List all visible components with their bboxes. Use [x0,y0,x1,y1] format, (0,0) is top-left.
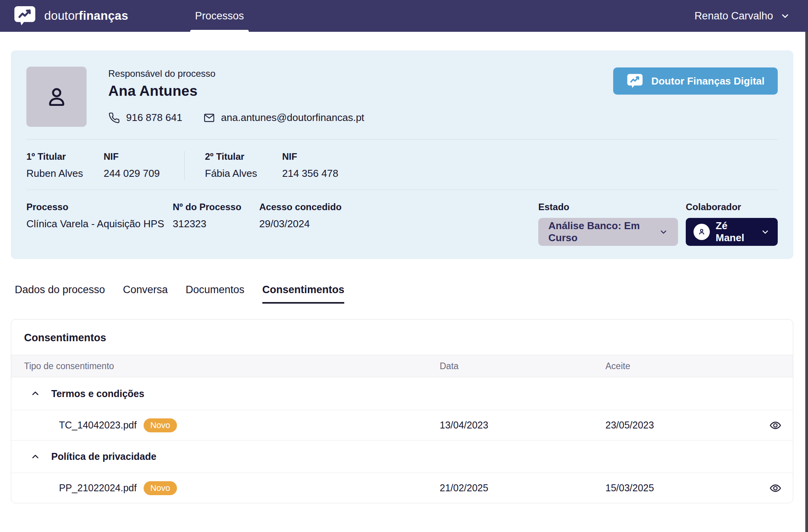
section-tabs: Dados do processo Conversa Documentos Co… [11,284,793,304]
column-date: Data [440,361,605,371]
scrollbar[interactable] [805,32,808,532]
process-details-row: Processo Clínica Varela - Aquisição HPS … [26,190,778,246]
chevron-up-icon [30,389,40,399]
new-badge: Novo [144,418,177,432]
consent-group-row: Termos e condições [11,377,793,410]
user-name: Renato Carvalho [694,10,773,22]
consents-table-header: Tipo de consentimento Data Aceite [11,355,793,377]
tab-documentos[interactable]: Documentos [186,284,244,304]
access-granted-label: Acesso concedido [259,202,342,212]
phone-icon [108,112,120,124]
avatar [26,67,87,127]
holder1-nif: 244 029 709 [104,168,184,180]
collapse-group-button[interactable] [29,451,41,463]
file-accepted-date: 15/03/2025 [605,482,768,494]
collaborator-label: Colaborador [686,202,778,212]
holder2-nif: 214 356 478 [282,168,363,180]
email-address: ana.antunes@doutorfinancas.pt [221,112,364,124]
chevron-down-icon [761,227,770,237]
file-date: 13/04/2023 [440,420,605,431]
brand-name: doutorfinanças [44,9,128,23]
page-content: Responsável do processo Ana Antunes 916 … [0,50,808,503]
collaborator-avatar [694,224,710,240]
column-accepted: Aceite [605,361,768,371]
digital-button-label: Doutor Finanças Digital [651,75,765,87]
column-type: Tipo de consentimento [24,361,440,371]
consents-card: Consentimentos Tipo de consentimento Dat… [11,319,793,503]
consent-group-label: Política de privacidade [51,451,156,462]
brand: doutorfinanças [14,6,128,26]
process-value: Clínica Varela - Aquisição HPS [26,218,173,230]
nav-tab-processos[interactable]: Processos [195,0,244,32]
collaborator-dropdown[interactable]: Zé Manel [686,218,778,246]
consent-file-row: PP_21022024.pdf Novo 21/02/2025 15/03/20… [11,473,793,503]
doutor-financas-digital-button[interactable]: Doutor Finanças Digital [613,67,778,95]
chevron-down-icon [659,227,668,237]
state-value: Análise Banco: Em Curso [548,220,659,244]
tab-consentimentos[interactable]: Consentimentos [262,284,345,304]
view-file-button[interactable] [768,418,782,432]
holder1-name: Ruben Alves [26,168,104,180]
access-granted-value: 29/03/2024 [259,218,342,230]
tab-conversa[interactable]: Conversa [123,284,168,304]
envelope-icon [203,112,215,124]
user-menu[interactable]: Renato Carvalho [694,10,790,22]
nav-tab-active-underline [190,30,248,32]
holder2-nif-label: NIF [282,151,363,162]
digital-bubble-icon [626,74,643,88]
process-label: Processo [26,202,173,212]
consent-group-label: Termos e condições [51,388,144,399]
consent-group-row: Política de privacidade [11,440,793,473]
email-contact: ana.antunes@doutorfinancas.pt [203,112,364,124]
process-number-label: Nº do Processo [173,202,259,212]
chevron-up-icon [30,452,40,462]
responsible-name: Ana Antunes [108,83,364,99]
file-date: 21/02/2025 [440,482,605,494]
holders-row: 1º Titular Ruben Alves NIF 244 029 709 2… [26,140,778,190]
view-file-button[interactable] [768,481,782,495]
nav-tab-label: Processos [195,10,244,22]
eye-icon [769,482,782,494]
brand-logo-icon [14,6,36,26]
file-name: PP_21022024.pdf [59,482,137,494]
consent-file-row: TC_14042023.pdf Novo 13/04/2023 23/05/20… [11,410,793,440]
process-number-value: 312323 [173,218,259,230]
collapse-group-button[interactable] [29,388,41,399]
state-label: Estado [538,202,678,212]
process-summary-card: Responsável do processo Ana Antunes 916 … [11,50,793,259]
phone-number: 916 878 641 [126,112,182,124]
holder1-role-label: 1º Titular [26,151,104,162]
eye-icon [769,419,782,432]
holder2-name: Fábia Alves [205,168,282,180]
responsible-label: Responsável do processo [108,68,364,79]
chevron-down-icon [780,11,790,21]
person-icon [44,84,69,110]
person-icon [697,227,706,237]
vertical-divider [184,151,185,180]
file-name: TC_14042023.pdf [59,420,137,431]
state-dropdown[interactable]: Análise Banco: Em Curso [538,218,678,246]
top-navbar: doutorfinanças Processos Renato Carvalho [0,0,808,32]
tab-dados-do-processo[interactable]: Dados do processo [15,284,105,304]
collaborator-value: Zé Manel [716,220,755,244]
holder2-role-label: 2º Titular [205,151,282,162]
consents-title: Consentimentos [11,320,793,355]
holder1-nif-label: NIF [104,151,184,162]
new-badge: Novo [144,481,177,495]
phone-contact: 916 878 641 [108,112,182,124]
file-accepted-date: 23/05/2023 [605,420,768,431]
